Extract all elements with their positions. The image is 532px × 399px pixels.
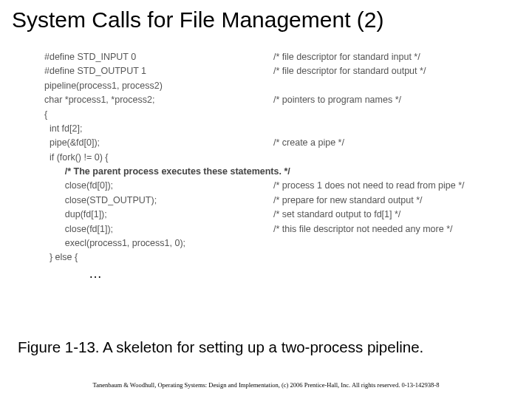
code-text: #define STD_INPUT 0 (44, 50, 273, 64)
code-text: pipeline(process1, process2) (44, 79, 273, 93)
code-text: if (fork() != 0) { (44, 151, 273, 165)
code-line: pipe(&fd[0]);/* create a pipe */ (44, 136, 502, 150)
figure-caption: Figure 1-13. A skeleton for setting up a… (0, 338, 532, 356)
code-comment (273, 250, 502, 265)
code-line: } else { (44, 250, 502, 265)
code-text: char *process1, *process2; (44, 93, 273, 107)
code-text: { (44, 108, 273, 122)
code-text: execl(process1, process1, 0); (44, 236, 273, 250)
code-comment (273, 236, 502, 250)
code-line: char *process1, *process2;/* pointers to… (44, 93, 502, 107)
code-text: /* The parent process executes these sta… (44, 165, 290, 179)
code-comment (273, 79, 502, 93)
copyright-footer: Tanenbaum & Woodhull, Operating Systems:… (0, 381, 532, 389)
code-line: close(STD_OUTPUT);/* prepare for new sta… (44, 194, 502, 208)
code-comment: /* set standard output to fd[1] */ (273, 208, 502, 222)
code-comment (273, 151, 502, 165)
code-line: close(fd[0]);/* process 1 does not need … (44, 179, 502, 193)
code-line: { (44, 108, 502, 122)
code-comment: /* file descriptor for standard output *… (273, 64, 502, 78)
code-comment: /* pointers to program names */ (273, 93, 502, 107)
slide-title: System Calls for File Management (2) (0, 0, 532, 37)
code-line: /* The parent process executes these sta… (44, 165, 502, 179)
code-text: } else { (44, 250, 273, 265)
code-line: #define STD_OUTPUT 1/* file descriptor f… (44, 64, 502, 78)
code-comment: /* prepare for new standard output */ (273, 194, 502, 208)
code-line: close(fd[1]);/* this file descriptor not… (44, 222, 502, 236)
code-line: #define STD_INPUT 0/* file descriptor fo… (44, 50, 502, 64)
code-comment (273, 122, 502, 136)
code-comment: /* this file descriptor not needed any m… (273, 222, 502, 236)
code-line: dup(fd[1]);/* set standard output to fd[… (44, 208, 502, 222)
code-comment: /* create a pipe */ (273, 136, 502, 150)
code-line: execl(process1, process1, 0); (44, 236, 502, 250)
code-line: if (fork() != 0) { (44, 151, 502, 165)
code-text: close(fd[0]); (44, 179, 273, 193)
code-line: pipeline(process1, process2) (44, 79, 502, 93)
slide: System Calls for File Management (2) #de… (0, 0, 532, 399)
code-text: pipe(&fd[0]); (44, 136, 273, 150)
code-text: #define STD_OUTPUT 1 (44, 64, 273, 78)
code-text: dup(fd[1]); (44, 208, 273, 222)
code-text: close(STD_OUTPUT); (44, 194, 273, 208)
ellipsis: … (44, 264, 502, 284)
code-comment (273, 108, 502, 122)
code-line: int fd[2]; (44, 122, 502, 136)
code-text: close(fd[1]); (44, 222, 273, 236)
code-comment: /* file descriptor for standard input */ (273, 50, 502, 64)
code-text: int fd[2]; (44, 122, 273, 136)
code-listing: #define STD_INPUT 0/* file descriptor fo… (0, 37, 532, 284)
code-comment: /* process 1 does not need to read from … (273, 179, 502, 193)
